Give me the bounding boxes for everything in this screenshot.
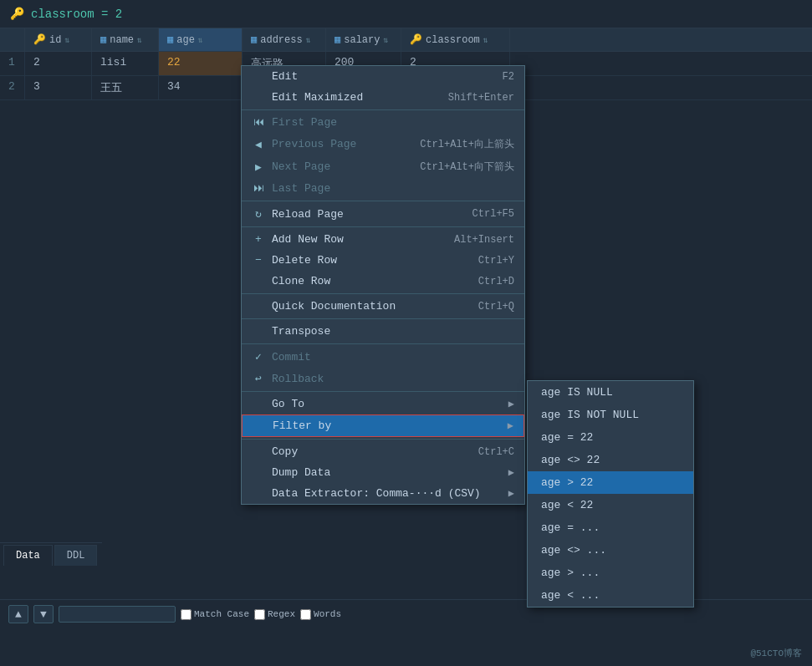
menu-item-prev-page: ◀Previous Page Ctrl+Alt+向上箭头 — [242, 133, 524, 155]
arrow-down-button[interactable]: ▼ — [33, 605, 54, 623]
menu-last-page-label: Last Page — [272, 182, 330, 195]
sort-icon[interactable]: ⇅ — [483, 35, 488, 45]
sort-icon[interactable]: ⇅ — [306, 35, 311, 45]
filter-is-null[interactable]: age IS NULL — [528, 381, 693, 404]
menu-add-row-label: Add New Row — [272, 233, 344, 246]
menu-first-page-label: First Page — [272, 116, 337, 129]
menu-copy-label: Copy — [272, 445, 298, 458]
match-case-label[interactable]: Match Case — [181, 609, 249, 620]
filter-eq-22[interactable]: age = 22 — [528, 426, 693, 449]
menu-item-go-to[interactable]: Go To ▶ — [242, 394, 524, 414]
col-header-salary[interactable]: ▦ salary ⇅ — [326, 28, 401, 51]
col-header-classroom[interactable]: 🔑 classroom ⇅ — [401, 28, 510, 51]
filter-gt-22[interactable]: age > 22 — [528, 471, 693, 494]
add-row-shortcut: Alt+Insert — [454, 234, 514, 246]
filter-gt-dots[interactable]: age > ... — [528, 562, 693, 584]
menu-item-copy[interactable]: Copy Ctrl+C — [242, 441, 524, 462]
edit-max-shortcut: Shift+Enter — [448, 92, 514, 104]
menu-item-first-page: ⏮First Page — [242, 112, 524, 133]
menu-item-data-extractor[interactable]: Data Extractor: Comma-···d (CSV) ▶ — [242, 483, 524, 504]
search-input[interactable] — [59, 606, 176, 623]
filter-eq-dots[interactable]: age = ... — [528, 516, 693, 539]
key-icon: 🔑 — [33, 33, 46, 46]
tab-data[interactable]: Data — [3, 545, 53, 566]
bottom-tabs: Data DDL — [0, 542, 102, 566]
delete-row-shortcut: Ctrl+Y — [478, 255, 514, 267]
words-label[interactable]: Words — [300, 609, 341, 620]
menu-rollback-label: Rollback — [272, 373, 324, 385]
rollback-icon: ↩ — [252, 372, 265, 385]
col-id-label: id — [49, 34, 61, 46]
separator — [242, 318, 524, 319]
filter-neq-dots[interactable]: age <> ... — [528, 539, 693, 562]
prev-page-shortcut: Ctrl+Alt+向上箭头 — [420, 137, 514, 151]
regex-checkbox[interactable] — [254, 609, 265, 620]
menu-item-edit[interactable]: Edit F2 — [242, 66, 524, 87]
menu-item-reload[interactable]: ↻Reload Page Ctrl+F5 — [242, 203, 524, 225]
filter-submenu: age IS NULL age IS NOT NULL age = 22 age… — [527, 380, 694, 608]
menu-filter-by-label: Filter by — [273, 419, 331, 432]
menu-item-edit-maximized[interactable]: Edit Maximized Shift+Enter — [242, 87, 524, 108]
row-number: 2 — [0, 76, 25, 99]
menu-item-transpose[interactable]: Transpose — [242, 321, 524, 342]
col-header-address[interactable]: ▦ address ⇅ — [243, 28, 326, 51]
sort-icon[interactable]: ⇅ — [198, 35, 203, 45]
col-header-id[interactable]: 🔑 id ⇅ — [25, 28, 92, 51]
cell-age[interactable]: 22 — [159, 52, 243, 75]
filter-lt-dots[interactable]: age < ... — [528, 584, 693, 607]
commit-icon: ✓ — [252, 350, 265, 364]
row-number: 1 — [0, 52, 25, 75]
cell-age[interactable]: 34 — [159, 76, 243, 99]
match-case-checkbox[interactable] — [181, 609, 192, 620]
separator — [242, 201, 524, 201]
filter-is-not-null[interactable]: age IS NOT NULL — [528, 404, 693, 426]
menu-item-filter-by[interactable]: Filter by ▶ — [242, 414, 524, 437]
table-header: 🔑 id ⇅ ▦ name ⇅ ▦ age ⇅ ▦ address ⇅ ▦ sa… — [0, 28, 812, 52]
words-checkbox[interactable] — [300, 609, 311, 620]
tab-ddl[interactable]: DDL — [54, 545, 98, 566]
menu-prev-page-label: Previous Page — [272, 138, 356, 150]
toolbar-row-1: ▲ ▼ Match Case Regex Words — [8, 605, 804, 623]
menu-clone-row-label: Clone Row — [272, 275, 330, 287]
sort-icon[interactable]: ⇅ — [64, 35, 69, 45]
watermark: @51CTO博客 — [750, 647, 802, 659]
cell-id[interactable]: 2 — [25, 52, 92, 75]
cell-name[interactable]: lisi — [92, 52, 159, 75]
menu-item-dump-data[interactable]: Dump Data ▶ — [242, 462, 524, 483]
cell-name[interactable]: 王五 — [92, 76, 159, 99]
menu-item-delete-row[interactable]: −Delete Row Ctrl+Y — [242, 250, 524, 271]
separator — [242, 439, 524, 440]
col-header-age[interactable]: ▦ age ⇅ — [159, 28, 243, 51]
next-page-icon: ▶ — [252, 160, 265, 174]
cell-id[interactable]: 3 — [25, 76, 92, 99]
arrow-up-button[interactable]: ▲ — [8, 605, 28, 623]
menu-dump-data-label: Dump Data — [272, 466, 330, 479]
table-icon: ▦ — [167, 33, 173, 46]
menu-item-quick-doc[interactable]: Quick Documentation Ctrl+Q — [242, 296, 524, 317]
quick-doc-shortcut: Ctrl+Q — [478, 301, 514, 313]
reload-icon: ↻ — [252, 207, 265, 221]
submenu-arrow: ▶ — [508, 398, 514, 410]
menu-reload-label: Reload Page — [272, 208, 344, 221]
table-icon: ▦ — [251, 33, 257, 46]
edit-shortcut: F2 — [503, 71, 514, 83]
sort-icon[interactable]: ⇅ — [383, 35, 388, 45]
clone-row-shortcut: Ctrl+D — [478, 276, 514, 287]
separator — [242, 226, 524, 227]
menu-delete-row-label: Delete Row — [272, 254, 337, 267]
menu-item-add-row[interactable]: +Add New Row Alt+Insert — [242, 229, 524, 250]
menu-item-next-page: ▶Next Page Ctrl+Alt+向下箭头 — [242, 155, 524, 178]
submenu-arrow: ▶ — [508, 419, 513, 432]
sort-icon[interactable]: ⇅ — [137, 35, 142, 45]
submenu-arrow: ▶ — [508, 466, 514, 479]
menu-item-commit: ✓Commit — [242, 346, 524, 368]
filter-lt-22[interactable]: age < 22 — [528, 494, 693, 516]
regex-label[interactable]: Regex — [254, 609, 295, 620]
col-header-name[interactable]: ▦ name ⇅ — [92, 28, 159, 51]
bottom-toolbar: ▲ ▼ Match Case Regex Words — [0, 599, 812, 666]
top-bar: 🔑 classroom = 2 — [0, 0, 812, 28]
menu-item-clone-row[interactable]: Clone Row Ctrl+D — [242, 271, 524, 292]
filter-neq-22[interactable]: age <> 22 — [528, 449, 693, 471]
table-icon: ▦ — [335, 33, 340, 46]
submenu-arrow: ▶ — [508, 487, 514, 500]
